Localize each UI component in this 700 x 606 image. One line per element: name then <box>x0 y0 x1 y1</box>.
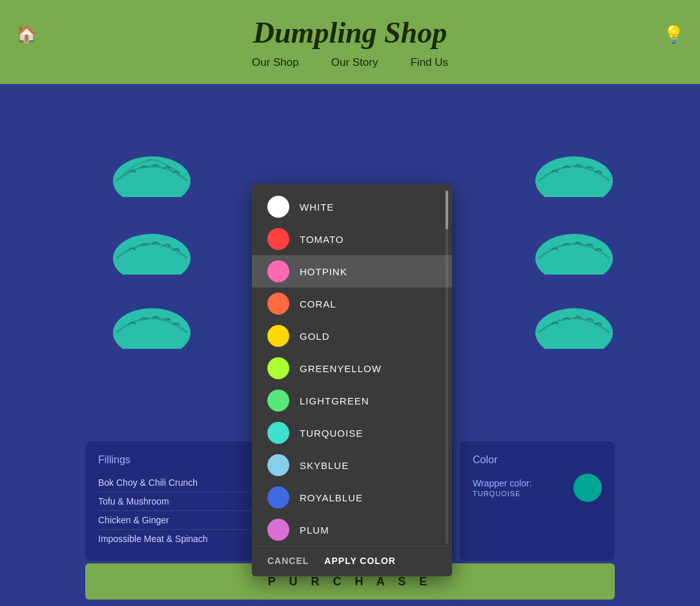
main-area: WHITETOMATOHOTPINKCORALGOLDGREENYELLOWLI… <box>0 84 700 606</box>
header: 🏠 Dumpling Shop Our Shop Our Story Find … <box>0 0 700 84</box>
color-dot-gold <box>267 325 289 347</box>
brightness-icon[interactable]: 💡 <box>663 25 684 45</box>
svg-point-5 <box>535 308 613 349</box>
svg-point-0 <box>113 156 190 197</box>
color-option-white[interactable]: WHITE <box>252 191 452 223</box>
wrapper-color-row: Wrapper color: TURQUOISE <box>473 474 602 502</box>
nav-our-story[interactable]: Our Story <box>331 56 378 69</box>
dropdown-actions: CANCEL APPLY COLOR <box>252 546 452 576</box>
color-dot-lightgreen <box>267 390 289 412</box>
fillings-card: Fillings Bok Choy & Chili CrunchTofu & M… <box>85 441 266 561</box>
dumpling-decoration <box>110 145 194 197</box>
color-label-greenyellow: GREENYELLOW <box>300 363 382 374</box>
filling-item: Tofu & Mushroom <box>98 492 253 511</box>
color-dot-skyblue <box>267 454 289 476</box>
cancel-button[interactable]: CANCEL <box>267 556 309 566</box>
color-option-greenyellow[interactable]: GREENYELLOW <box>252 352 452 384</box>
main-nav: Our Shop Our Story Find Us <box>252 56 448 69</box>
color-card: Color Wrapper color: TURQUOISE <box>460 441 615 561</box>
color-label-lightgreen: LIGHTGREEN <box>300 395 369 406</box>
color-label-hotpink: HOTPINK <box>300 266 347 277</box>
dumpling-decoration <box>532 297 616 349</box>
color-label-royalblue: ROYALBLUE <box>300 492 363 503</box>
color-dot-tomato <box>267 228 289 250</box>
wrapper-color-info: Wrapper color: TURQUOISE <box>473 478 532 497</box>
color-label-coral: CORAL <box>300 298 336 309</box>
apply-color-button[interactable]: APPLY COLOR <box>324 556 396 566</box>
color-option-royalblue[interactable]: ROYALBLUE <box>252 481 452 514</box>
wrapper-color-label: Wrapper color: <box>473 478 532 488</box>
color-dot-hotpink <box>267 260 289 282</box>
color-option-lightgreen[interactable]: LIGHTGREEN <box>252 384 452 417</box>
color-dot-turquoise <box>267 422 289 444</box>
svg-point-2 <box>113 308 190 349</box>
filling-item: Chicken & Ginger <box>98 511 253 530</box>
app-title: Dumpling Shop <box>253 16 447 50</box>
dumpling-decoration <box>532 145 616 197</box>
nav-find-us[interactable]: Find Us <box>410 56 448 69</box>
color-label-white: WHITE <box>300 202 334 213</box>
scrollbar-track[interactable] <box>446 191 448 544</box>
color-picker-dropdown: WHITETOMATOHOTPINKCORALGOLDGREENYELLOWLI… <box>252 184 452 576</box>
color-dot-white <box>267 196 289 218</box>
color-label-skyblue: SKYBLUE <box>300 460 349 471</box>
dumpling-decoration <box>110 297 194 349</box>
color-option-tomato[interactable]: TOMATO <box>252 223 452 255</box>
color-option-turquoise[interactable]: TURQUOISE <box>252 417 452 449</box>
svg-point-3 <box>535 156 613 197</box>
dumpling-decoration <box>532 223 616 275</box>
scrollbar-thumb[interactable] <box>446 191 448 229</box>
color-dot-royalblue <box>267 486 289 508</box>
current-color-name: TURQUOISE <box>473 490 532 497</box>
color-dot-plum <box>267 519 289 541</box>
home-icon[interactable]: 🏠 <box>16 25 37 45</box>
fillings-card-title: Fillings <box>98 454 253 466</box>
filling-item: Bok Choy & Chili Crunch <box>98 474 253 492</box>
color-label-gold: GOLD <box>300 331 330 342</box>
color-option-gold[interactable]: GOLD <box>252 320 452 352</box>
color-dot-greenyellow <box>267 357 289 379</box>
svg-point-1 <box>113 234 190 275</box>
color-option-plum[interactable]: PLUM <box>252 514 452 546</box>
color-card-title: Color <box>473 454 602 466</box>
color-dot-coral <box>267 293 289 315</box>
color-options-list: WHITETOMATOHOTPINKCORALGOLDGREENYELLOWLI… <box>252 191 452 546</box>
color-option-hotpink[interactable]: HOTPINK <box>252 255 452 287</box>
svg-point-4 <box>535 234 613 275</box>
filling-item: Impossible Meat & Spinach <box>98 530 253 548</box>
dumpling-decoration <box>110 223 194 275</box>
color-label-tomato: TOMATO <box>300 234 344 245</box>
nav-our-shop[interactable]: Our Shop <box>252 56 299 69</box>
color-swatch-display[interactable] <box>573 474 602 502</box>
color-option-coral[interactable]: CORAL <box>252 287 452 320</box>
color-option-skyblue[interactable]: SKYBLUE <box>252 449 452 481</box>
color-label-plum: PLUM <box>300 525 329 536</box>
fillings-list: Bok Choy & Chili CrunchTofu & MushroomCh… <box>98 474 253 548</box>
color-label-turquoise: TURQUOISE <box>300 428 363 439</box>
